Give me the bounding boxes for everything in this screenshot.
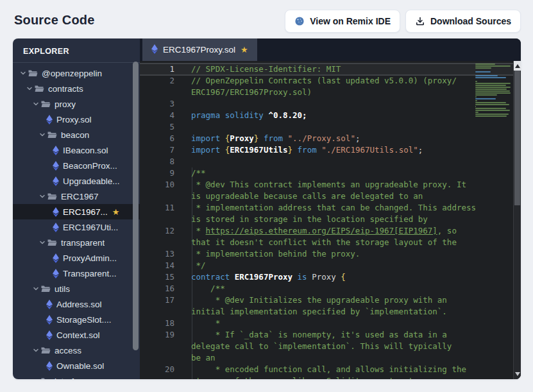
ethereum-file-icon bbox=[53, 207, 59, 217]
code-content: 1// SPDX-License-Identifier: MIT2// Open… bbox=[140, 61, 521, 379]
line-text: * @dev Initializes the upgradeable proxy… bbox=[191, 294, 452, 318]
tree-item-label: contracts bbox=[48, 84, 83, 94]
code-line-20: 20 * encoded function call, and allows i… bbox=[140, 364, 521, 379]
folder-icon bbox=[47, 192, 57, 200]
folder-icon bbox=[35, 85, 44, 92]
tree-folder-erc1967[interactable]: ERC1967 bbox=[13, 189, 140, 204]
folder-icon bbox=[28, 69, 38, 77]
arrow-down-icon bbox=[515, 372, 520, 376]
chevron-down-icon bbox=[37, 239, 47, 246]
chevron-down-icon bbox=[31, 347, 41, 354]
chevron-down-icon bbox=[31, 285, 41, 292]
tree-file-beaconprox-[interactable]: BeaconProx... bbox=[13, 158, 140, 173]
star-icon[interactable]: ★ bbox=[241, 45, 248, 55]
source-code-panel: EXPLORER @openzeppelincontractsproxyProx… bbox=[13, 38, 521, 379]
line-text bbox=[191, 156, 196, 167]
line-text: // SPDX-License-Identifier: MIT bbox=[191, 64, 341, 75]
tree-item-label: Transparent... bbox=[63, 269, 117, 278]
line-text: import {Proxy} from "../Proxy.sol"; bbox=[191, 133, 360, 144]
download-icon bbox=[415, 16, 425, 26]
line-text bbox=[191, 121, 196, 133]
line-text: * implementation behind the proxy. bbox=[191, 248, 360, 260]
line-text: /** bbox=[191, 167, 206, 179]
line-number: 8 bbox=[140, 156, 174, 167]
tree-item-label: beacon bbox=[61, 130, 89, 140]
tree-file-context-sol[interactable]: Context.sol bbox=[13, 327, 140, 343]
tree-item-label: BeaconProx... bbox=[63, 161, 117, 171]
line-text: * encoded function call, and allows init… bbox=[191, 364, 471, 379]
tree-file-storageslot-[interactable]: StorageSlot.... bbox=[13, 312, 140, 327]
line-text: * implementation address that can be cha… bbox=[191, 202, 481, 225]
tree-file-proxyadmin-[interactable]: ProxyAdmin... bbox=[13, 250, 140, 266]
tree-item-label: StorageSlot.... bbox=[56, 315, 112, 325]
line-number: 11 bbox=[140, 202, 174, 225]
tree-folder-beacon[interactable]: beacon bbox=[13, 127, 140, 142]
editor-body[interactable]: 1// SPDX-License-Identifier: MIT2// Open… bbox=[140, 61, 521, 379]
tree-folder-access[interactable]: access bbox=[13, 343, 140, 358]
tree-folder-interfaces[interactable]: interfaces bbox=[13, 373, 140, 379]
tree-folder--openzeppelin[interactable]: @openzeppelin bbox=[13, 65, 140, 81]
tree-file-upgradeable-[interactable]: Upgradeable... bbox=[13, 173, 140, 189]
ethereum-file-icon bbox=[46, 361, 53, 371]
tree-folder-contracts[interactable]: contracts bbox=[13, 81, 140, 96]
tree-item-label: Proxy.sol bbox=[56, 115, 92, 124]
file-tree: @openzeppelincontractsproxyProxy.solbeac… bbox=[13, 63, 140, 379]
tree-folder-utils[interactable]: utils bbox=[13, 281, 140, 296]
line-text bbox=[191, 98, 196, 110]
code-line-2: 2// OpenZeppelin Contracts (last updated… bbox=[140, 75, 521, 98]
chevron-down-icon bbox=[37, 193, 47, 200]
code-line-18: 18 * bbox=[140, 318, 521, 329]
tree-item-label: utils bbox=[55, 284, 70, 294]
code-line-19: 19 * If `_data` is nonempty, it's used a… bbox=[140, 329, 521, 364]
code-editor: ERC1967Proxy.sol ★ 1// SPDX-License-Iden… bbox=[140, 38, 521, 379]
minimap[interactable] bbox=[473, 61, 513, 379]
tree-file-erc1967-[interactable]: ERC1967...★ bbox=[13, 204, 140, 219]
ethereum-file-icon bbox=[53, 269, 59, 278]
tab-erc1967proxy[interactable]: ERC1967Proxy.sol ★ bbox=[142, 38, 257, 61]
tree-item-label: ERC1967... bbox=[63, 207, 108, 217]
tree-file-proxy-sol[interactable]: Proxy.sol bbox=[13, 112, 140, 127]
code-line-16: 16 /** bbox=[140, 283, 521, 294]
tab-label: ERC1967Proxy.sol bbox=[163, 45, 235, 55]
code-line-12: 12 * https://eips.ethereum.org/EIPS/eip-… bbox=[140, 225, 521, 248]
header-actions: View on Remix IDE Download Sources bbox=[285, 10, 521, 33]
line-number: 18 bbox=[140, 318, 174, 329]
ethereum-file-icon bbox=[53, 176, 59, 186]
scroll-up-button[interactable] bbox=[514, 61, 521, 71]
code-line-11: 11 * implementation address that can be … bbox=[140, 202, 521, 225]
tree-file-transparent-[interactable]: Transparent... bbox=[13, 266, 140, 281]
download-sources-label: Download Sources bbox=[430, 16, 511, 26]
line-number: 5 bbox=[140, 121, 174, 133]
folder-icon bbox=[41, 100, 51, 108]
line-number: 16 bbox=[140, 283, 174, 294]
editor-scrollbar-thumb[interactable] bbox=[514, 71, 520, 205]
line-number: 19 bbox=[140, 329, 174, 364]
line-number: 9 bbox=[140, 167, 174, 179]
tree-file-ibeacon-sol[interactable]: IBeacon.sol bbox=[13, 142, 140, 158]
scroll-down-button[interactable] bbox=[514, 370, 521, 378]
tree-file-ownable-sol[interactable]: Ownable.sol bbox=[13, 358, 140, 373]
tree-item-label: Address.sol bbox=[56, 300, 102, 309]
line-number: 4 bbox=[140, 110, 174, 121]
tree-folder-proxy[interactable]: proxy bbox=[13, 96, 140, 112]
tree-folder-transparent[interactable]: transparent bbox=[13, 235, 140, 250]
star-icon: ★ bbox=[112, 207, 120, 217]
tree-file-erc1967uti-[interactable]: ERC1967Uti... bbox=[13, 219, 140, 235]
ethereum-file-icon bbox=[53, 253, 59, 263]
tree-item-label: interfaces bbox=[55, 377, 92, 380]
explorer-title: EXPLORER bbox=[13, 38, 140, 62]
sidebar-scrollbar-thumb[interactable] bbox=[133, 62, 139, 350]
editor-scrollbar[interactable] bbox=[513, 61, 521, 379]
line-number: 17 bbox=[140, 294, 174, 318]
tree-item-label: ERC1967 bbox=[61, 192, 99, 201]
folder-icon bbox=[41, 377, 51, 379]
code-line-15: 15contract ERC1967Proxy is Proxy { bbox=[140, 271, 521, 283]
code-line-5: 5 bbox=[140, 121, 521, 133]
tree-item-label: Ownable.sol bbox=[56, 361, 104, 371]
view-on-remix-button[interactable]: View on Remix IDE bbox=[285, 10, 400, 33]
ethereum-file-icon bbox=[46, 330, 53, 340]
code-line-9: 9/** bbox=[140, 167, 521, 179]
folder-icon bbox=[47, 131, 57, 139]
tree-file-address-sol[interactable]: Address.sol bbox=[13, 296, 140, 312]
download-sources-button[interactable]: Download Sources bbox=[405, 10, 521, 33]
